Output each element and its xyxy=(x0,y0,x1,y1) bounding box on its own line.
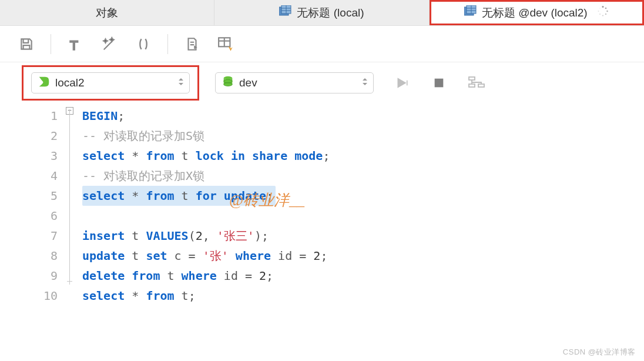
chevron-updown-icon xyxy=(177,76,185,90)
svg-rect-27 xyxy=(478,84,484,87)
footer-watermark: CSDN @砖业洋博客 xyxy=(563,347,636,357)
line-number: 7 xyxy=(0,226,58,246)
line-number-gutter: 12345678910 xyxy=(0,106,65,306)
line-number: 5 xyxy=(0,186,58,206)
database-selector-wrap: dev xyxy=(215,72,374,93)
svg-point-21 xyxy=(224,76,233,79)
export-button[interactable] xyxy=(182,34,202,54)
svg-point-16 xyxy=(598,11,599,12)
toolbar xyxy=(0,26,644,62)
database-icon xyxy=(222,75,234,91)
svg-point-13 xyxy=(605,14,606,15)
svg-rect-26 xyxy=(469,84,475,87)
table-icon xyxy=(464,5,477,20)
svg-rect-25 xyxy=(469,77,475,80)
line-number: 9 xyxy=(0,266,58,286)
build-button[interactable] xyxy=(65,34,85,54)
code-line[interactable]: -- 对读取的记录加S锁 xyxy=(82,126,330,146)
connection-selector-highlight: local2 xyxy=(24,67,197,99)
separator xyxy=(51,34,51,54)
tab-bar: 对象 无标题 (local) 无标题 @dev (local2) xyxy=(0,0,644,26)
beautify-button[interactable] xyxy=(99,34,119,54)
tab-label: 无标题 @dev (local2) xyxy=(482,5,588,21)
line-number: 1 xyxy=(0,106,58,126)
paren-button[interactable] xyxy=(133,34,153,54)
svg-point-15 xyxy=(599,14,601,15)
line-number: 8 xyxy=(0,246,58,266)
chevron-updown-icon xyxy=(361,76,368,90)
document-arrow-icon xyxy=(185,36,200,52)
tab-label: 对象 xyxy=(96,5,118,21)
run-table-button[interactable] xyxy=(216,34,236,54)
svg-point-10 xyxy=(602,6,603,8)
code-line[interactable]: insert t VALUES(2, '张三'); xyxy=(82,226,330,246)
run-button[interactable] xyxy=(391,73,411,93)
connection-icon xyxy=(38,75,51,91)
stop-button[interactable] xyxy=(429,73,449,93)
code-line[interactable]: BEGIN; xyxy=(82,106,330,126)
separator xyxy=(167,34,168,54)
connection-value: local2 xyxy=(55,76,85,89)
tab-label: 无标题 (local) xyxy=(297,5,364,21)
tab-untitled-dev-local2[interactable]: 无标题 @dev (local2) xyxy=(430,0,644,25)
line-number: 2 xyxy=(0,126,58,146)
code-line[interactable]: -- 对读取的记录加X锁 xyxy=(82,166,330,186)
connection-dropdown[interactable]: local2 xyxy=(31,72,190,93)
code-line[interactable]: delete from t where id = 2; xyxy=(82,266,330,286)
hammer-icon xyxy=(68,36,83,52)
code-line[interactable]: update t set c = '张' where id = 2; xyxy=(82,246,330,266)
stop-icon xyxy=(432,76,445,89)
table-icon xyxy=(279,5,292,20)
selector-row: local2 dev xyxy=(0,62,644,103)
code-line[interactable]: select * from t lock in share mode; xyxy=(82,146,330,166)
line-number: 6 xyxy=(0,206,58,226)
explain-plan-icon xyxy=(468,75,485,91)
line-number: 3 xyxy=(0,146,58,166)
play-icon xyxy=(394,75,409,91)
svg-rect-24 xyxy=(435,79,444,88)
code-line[interactable]: select * from t; xyxy=(82,286,330,306)
save-button[interactable] xyxy=(16,34,36,54)
tab-objects[interactable]: 对象 xyxy=(0,0,214,25)
magic-wand-icon xyxy=(102,36,117,52)
database-dropdown[interactable]: dev xyxy=(215,72,374,93)
table-export-icon xyxy=(217,36,235,52)
svg-point-12 xyxy=(606,11,608,12)
svg-point-14 xyxy=(602,15,603,16)
loading-spinner-icon xyxy=(597,5,609,20)
svg-point-11 xyxy=(605,8,606,9)
parentheses-icon xyxy=(136,36,151,52)
svg-point-17 xyxy=(599,8,601,9)
save-icon xyxy=(19,36,34,52)
line-number: 4 xyxy=(0,166,58,186)
sql-editor[interactable]: 12345678910 − BEGIN;-- 对读取的记录加S锁select *… xyxy=(0,103,644,306)
database-value: dev xyxy=(239,76,257,89)
explain-button[interactable] xyxy=(467,73,487,93)
tab-untitled-local[interactable]: 无标题 (local) xyxy=(214,0,429,25)
author-watermark: @砖业洋__ xyxy=(229,190,304,210)
line-number: 10 xyxy=(0,286,58,306)
